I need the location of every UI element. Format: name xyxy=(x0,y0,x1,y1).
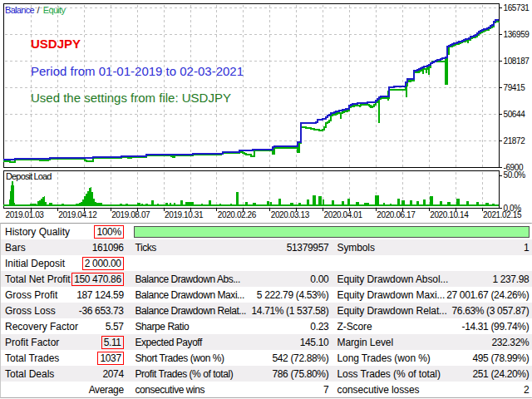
svg-text:Balance / Equity: Balance / Equity xyxy=(5,5,66,15)
svg-text:2019.08.07: 2019.08.07 xyxy=(111,210,150,219)
svg-text:2020.06.17: 2020.06.17 xyxy=(377,210,416,219)
svg-text:Used the settings from file: U: Used the settings from file: USDJPY xyxy=(31,91,231,105)
svg-text:165731: 165731 xyxy=(504,3,530,12)
svg-text:USDJPY: USDJPY xyxy=(31,37,81,51)
svg-text:21872: 21872 xyxy=(504,136,526,145)
svg-text:2020.10.14: 2020.10.14 xyxy=(430,210,469,219)
svg-text:2020.02.26: 2020.02.26 xyxy=(218,210,257,219)
svg-text:Period from 01-01-2019 to 02-0: Period from 01-01-2019 to 02-03-2021 xyxy=(31,64,244,78)
svg-text:2019.10.31: 2019.10.31 xyxy=(165,210,204,219)
svg-text:2021.02.15: 2021.02.15 xyxy=(483,210,522,219)
svg-text:2020.04.01: 2020.04.01 xyxy=(324,210,363,219)
svg-text:2020.03.13: 2020.03.13 xyxy=(271,210,310,219)
svg-text:108187: 108187 xyxy=(504,57,530,66)
svg-text:Deposit Load: Deposit Load xyxy=(6,171,52,181)
svg-text:2019.04.12: 2019.04.12 xyxy=(58,210,97,219)
svg-text:50644: 50644 xyxy=(504,110,526,119)
svg-text:79415: 79415 xyxy=(504,83,526,92)
svg-text:2019.01.03: 2019.01.03 xyxy=(5,210,44,219)
svg-text:50.0%: 50.0% xyxy=(504,170,526,180)
svg-text:136959: 136959 xyxy=(504,30,530,39)
